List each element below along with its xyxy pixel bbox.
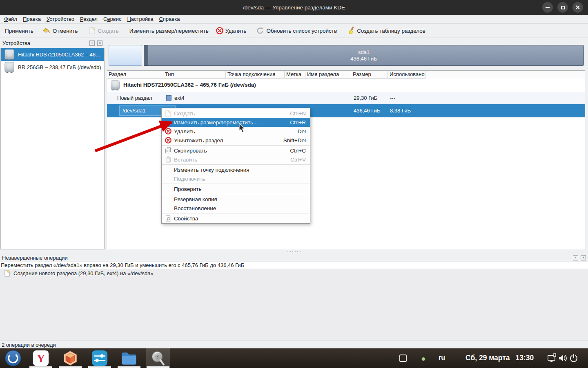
col-partition-name[interactable]: Имя раздела	[305, 71, 351, 79]
menu-help[interactable]: Справка	[156, 15, 183, 24]
running-indicator	[118, 366, 140, 368]
titlebar: /dev/sda — Управление разделами KDE	[0, 0, 588, 15]
partition-manager-icon	[150, 350, 166, 366]
table-row-new-partition[interactable]: Новый раздел ext4 29,30 ГиБ ---	[107, 92, 585, 104]
power-button[interactable]	[569, 353, 578, 364]
file-manager-button[interactable]	[120, 350, 137, 366]
new-partition-icon	[89, 27, 96, 34]
running-indicator	[29, 366, 52, 368]
col-type[interactable]: Тип	[163, 71, 226, 79]
status-text: 2 операции в очереди	[2, 342, 56, 348]
devices-list: Hitachi HDS721050CLA362 – 46... BR 256GB…	[0, 48, 105, 249]
clock[interactable]: Сб, 29 марта 13:30	[466, 354, 534, 362]
refresh-devices-button[interactable]: Обновить список устройств	[256, 25, 337, 37]
menu-file[interactable]: Файл	[1, 15, 20, 24]
menu-device[interactable]: Устройство	[44, 15, 77, 24]
close-button[interactable]	[572, 2, 583, 13]
undo-icon	[42, 27, 51, 34]
cell-partition: /dev/sda1	[122, 108, 145, 114]
menu-item-backup[interactable]: Резервная копия	[162, 195, 310, 204]
cell-type: ext4	[174, 95, 185, 101]
new-partition-table-button[interactable]: Создать таблицу разделов	[347, 25, 425, 37]
keyboard-layout-indicator[interactable]: ru	[439, 354, 445, 361]
apply-button[interactable]: Применить	[5, 25, 33, 37]
package-manager-button[interactable]	[62, 350, 78, 366]
splitter-handle[interactable]	[0, 249, 588, 254]
menu-edit[interactable]: Правка	[20, 15, 44, 24]
menu-partition[interactable]: Раздел	[77, 15, 100, 24]
yandex-browser-icon: Y	[33, 350, 49, 366]
col-mountpoint[interactable]: Точка подключения	[226, 71, 285, 79]
menu-item-mount: Подключить	[162, 174, 310, 183]
menu-item-delete[interactable]: Удалить Del	[162, 127, 310, 136]
pending-operations-header: Незавершённые операции ▫ ×	[0, 254, 588, 261]
toolbar: Применить Отменить Создать Изменить разм…	[0, 24, 588, 38]
settings-button[interactable]	[91, 350, 108, 366]
display-settings-button[interactable]	[547, 353, 557, 364]
menu-item-properties[interactable]: Свойства	[162, 214, 310, 223]
cell-size: 29,30 ГиБ	[354, 95, 377, 101]
menu-separator	[162, 194, 310, 194]
volume-icon	[558, 353, 568, 363]
create-button: Создать	[89, 25, 118, 37]
col-label[interactable]: Метка	[285, 71, 305, 79]
partition-bar-sda1[interactable]: sda1 436,46 ГиБ	[144, 45, 584, 66]
broom-icon	[347, 27, 355, 35]
operation-item-create[interactable]: Создание нового раздела (29,30 ГиБ, ext4…	[0, 269, 588, 278]
refresh-icon	[256, 27, 264, 35]
close-panel-button[interactable]: ×	[581, 255, 586, 260]
cell-used: 8,38 ГиБ	[390, 108, 411, 114]
float-panel-button[interactable]: ▫	[573, 255, 578, 260]
float-panel-button[interactable]: ▫	[89, 40, 95, 46]
delete-button[interactable]: Удалить	[216, 25, 247, 37]
menu-item-shred[interactable]: Уничтожить раздел Shift+Del	[162, 136, 310, 145]
resize-move-button[interactable]: Изменить размер/переместить	[129, 25, 209, 37]
cell-used: ---	[390, 95, 395, 101]
operation-item-move-resize[interactable]: Переместить раздел «/dev/sda1» вправо на…	[0, 262, 588, 269]
app-launcher-button[interactable]	[5, 350, 21, 366]
hard-drive-icon	[110, 80, 120, 91]
volume-button[interactable]	[558, 353, 568, 364]
close-icon	[576, 5, 580, 9]
device-item-sdb[interactable]: BR 256GB – 238,47 ГиБ (/dev/sdb)	[1, 61, 104, 74]
partition-manager-button[interactable]	[150, 350, 166, 366]
col-partition[interactable]: Раздел	[107, 71, 163, 79]
cell-size: 436,46 ГиБ	[354, 108, 380, 114]
undo-button[interactable]: Отменить	[42, 25, 78, 37]
menu-item-copy[interactable]: Скопировать Ctrl+C	[162, 146, 310, 155]
device-item-sda[interactable]: Hitachi HDS721050CLA362 – 46...	[1, 48, 104, 61]
svg-text:Y: Y	[37, 352, 45, 365]
paste-icon	[165, 156, 171, 163]
minimize-button[interactable]	[542, 2, 553, 13]
menu-item-check[interactable]: Проверить	[162, 184, 310, 193]
cell-partition: Новый раздел	[117, 95, 152, 101]
devices-panel-title: Устройства	[2, 40, 30, 46]
devices-panel-header: Устройства ▫ ×	[0, 38, 105, 48]
date-label: Сб, 29 марта	[466, 354, 510, 362]
menu-tools[interactable]: Сервис	[100, 15, 125, 24]
file-manager-icon	[120, 350, 138, 366]
maximize-button[interactable]	[557, 2, 568, 13]
launcher-icon	[5, 350, 21, 366]
menubar: Файл Правка Устройство Раздел Сервис Нас…	[0, 15, 588, 24]
menu-item-resize-move[interactable]: Изменить размер/переместить... Ctrl+R	[162, 118, 310, 127]
menu-settings[interactable]: Настройка	[124, 15, 156, 24]
menu-item-create: Создать Ctrl+N	[162, 109, 310, 118]
col-size[interactable]: Размер	[351, 71, 388, 79]
partition-bar-new-partition[interactable]	[109, 45, 142, 66]
yandex-browser-button[interactable]: Y	[33, 350, 49, 366]
delete-icon	[216, 27, 223, 34]
devices-panel: Устройства ▫ × Hitachi HDS721050CLA362 –…	[0, 38, 105, 254]
new-partition-icon	[165, 110, 171, 117]
device-group-row[interactable]: Hitachi HDS721050CLA362 – 465,76 ГиБ (/d…	[107, 79, 585, 92]
delete-icon	[165, 128, 172, 135]
package-cube-icon	[62, 350, 78, 366]
menu-item-restore[interactable]: Восстановление	[162, 204, 310, 213]
close-panel-button[interactable]: ×	[97, 40, 102, 46]
resize-handle[interactable]	[144, 45, 148, 66]
menu-item-edit-mountpoint[interactable]: Изменить точку подключения	[162, 165, 310, 174]
maximize-icon	[561, 6, 565, 9]
col-used[interactable]: Использовано	[388, 71, 425, 79]
show-desktop-button[interactable]	[399, 355, 407, 362]
new-partition-icon	[4, 270, 10, 277]
